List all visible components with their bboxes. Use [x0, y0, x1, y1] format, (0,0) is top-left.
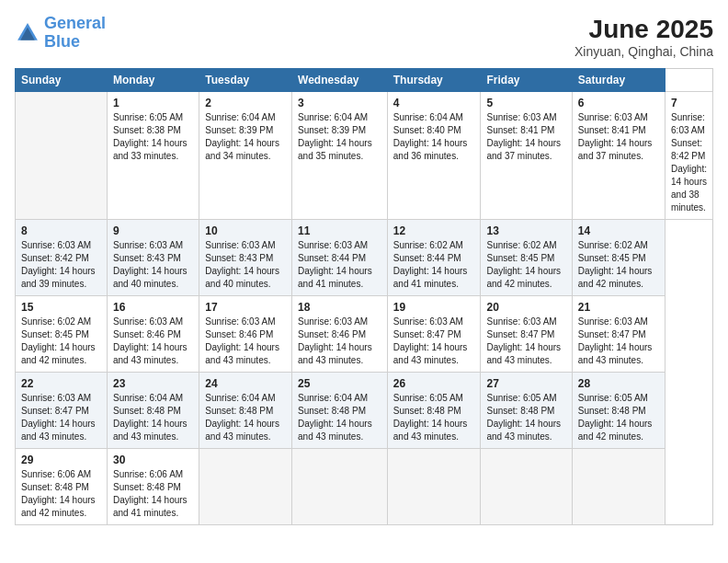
calendar-day-cell [481, 449, 572, 525]
day-number: 28 [578, 377, 659, 390]
title-block: June 2025 Xinyuan, Qinghai, China [574, 15, 713, 59]
day-number: 23 [113, 377, 193, 390]
day-info: Sunrise: 6:04 AMSunset: 8:39 PMDaylight:… [205, 111, 286, 163]
day-info: Sunrise: 6:05 AMSunset: 8:38 PMDaylight:… [113, 111, 193, 163]
day-info: Sunrise: 6:03 AMSunset: 8:47 PMDaylight:… [393, 316, 475, 367]
calendar-day-cell: 10Sunrise: 6:03 AMSunset: 8:43 PMDayligh… [199, 220, 292, 296]
day-info: Sunrise: 6:03 AMSunset: 8:42 PMDaylight:… [21, 239, 101, 291]
day-number: 8 [21, 224, 101, 237]
calendar-day-cell: 11Sunrise: 6:03 AMSunset: 8:44 PMDayligh… [292, 220, 388, 296]
calendar-day-cell: 20Sunrise: 6:03 AMSunset: 8:47 PMDayligh… [481, 296, 572, 373]
day-number: 18 [298, 301, 381, 314]
calendar-day-cell: 30Sunrise: 6:06 AMSunset: 8:48 PMDayligh… [108, 449, 199, 525]
day-info: Sunrise: 6:05 AMSunset: 8:48 PMDaylight:… [393, 392, 475, 443]
calendar-day-cell: 13Sunrise: 6:02 AMSunset: 8:45 PMDayligh… [481, 220, 572, 296]
day-number: 9 [113, 224, 193, 237]
calendar-day-cell: 5Sunrise: 6:03 AMSunset: 8:41 PMDaylight… [481, 92, 572, 220]
calendar-title: June 2025 [574, 15, 713, 44]
day-number: 19 [393, 301, 475, 314]
calendar-day-cell: 18Sunrise: 6:03 AMSunset: 8:46 PMDayligh… [292, 296, 388, 373]
day-info: Sunrise: 6:04 AMSunset: 8:48 PMDaylight:… [113, 392, 193, 443]
day-info: Sunrise: 6:03 AMSunset: 8:47 PMDaylight:… [21, 392, 101, 443]
day-number: 21 [578, 301, 659, 314]
day-info: Sunrise: 6:03 AMSunset: 8:46 PMDaylight:… [298, 316, 381, 367]
calendar-day-cell: 28Sunrise: 6:05 AMSunset: 8:48 PMDayligh… [572, 373, 665, 449]
calendar-day-cell: 27Sunrise: 6:05 AMSunset: 8:48 PMDayligh… [481, 373, 572, 449]
day-info: Sunrise: 6:04 AMSunset: 8:48 PMDaylight:… [205, 392, 286, 443]
day-number: 3 [298, 97, 381, 109]
day-info: Sunrise: 6:03 AMSunset: 8:42 PMDaylight:… [671, 111, 707, 214]
day-of-week-header: Thursday [387, 69, 481, 92]
calendar-week-row: 8Sunrise: 6:03 AMSunset: 8:42 PMDaylight… [16, 220, 713, 296]
calendar-day-cell [572, 449, 665, 525]
day-number: 11 [298, 224, 381, 237]
day-number: 30 [113, 454, 193, 466]
day-number: 29 [21, 454, 101, 466]
day-number: 17 [205, 301, 286, 314]
calendar-day-cell: 24Sunrise: 6:04 AMSunset: 8:48 PMDayligh… [199, 373, 292, 449]
day-number: 27 [486, 377, 565, 390]
calendar-day-cell [292, 449, 388, 525]
calendar-day-cell: 17Sunrise: 6:03 AMSunset: 8:46 PMDayligh… [199, 296, 292, 373]
calendar-day-cell: 2Sunrise: 6:04 AMSunset: 8:39 PMDaylight… [199, 92, 292, 220]
logo-name: General Blue [44, 15, 106, 52]
day-number: 26 [393, 377, 475, 390]
logo-icon [15, 20, 40, 46]
calendar-day-cell [387, 449, 481, 525]
day-info: Sunrise: 6:03 AMSunset: 8:44 PMDaylight:… [298, 239, 381, 291]
day-info: Sunrise: 6:06 AMSunset: 8:48 PMDaylight:… [21, 468, 101, 520]
calendar-day-cell: 25Sunrise: 6:04 AMSunset: 8:48 PMDayligh… [292, 373, 388, 449]
day-number: 6 [578, 97, 659, 109]
day-info: Sunrise: 6:05 AMSunset: 8:48 PMDaylight:… [486, 392, 565, 443]
calendar-subtitle: Xinyuan, Qinghai, China [574, 44, 713, 59]
calendar-header-row: SundayMondayTuesdayWednesdayThursdayFrid… [16, 69, 713, 92]
day-number: 2 [205, 97, 286, 109]
calendar-week-row: 22Sunrise: 6:03 AMSunset: 8:47 PMDayligh… [16, 373, 713, 449]
day-of-week-header: Wednesday [292, 69, 388, 92]
calendar-table: SundayMondayTuesdayWednesdayThursdayFrid… [15, 68, 713, 525]
calendar-day-cell: 23Sunrise: 6:04 AMSunset: 8:48 PMDayligh… [108, 373, 199, 449]
calendar-day-cell: 4Sunrise: 6:04 AMSunset: 8:40 PMDaylight… [387, 92, 481, 220]
calendar-day-cell: 19Sunrise: 6:03 AMSunset: 8:47 PMDayligh… [387, 296, 481, 373]
calendar-week-row: 15Sunrise: 6:02 AMSunset: 8:45 PMDayligh… [16, 296, 713, 373]
calendar-day-cell [16, 92, 108, 220]
header: General Blue June 2025 Xinyuan, Qinghai,… [15, 15, 713, 59]
calendar-day-cell: 3Sunrise: 6:04 AMSunset: 8:39 PMDaylight… [292, 92, 388, 220]
calendar-day-cell: 6Sunrise: 6:03 AMSunset: 8:41 PMDaylight… [572, 92, 665, 220]
calendar-day-cell: 1Sunrise: 6:05 AMSunset: 8:38 PMDaylight… [108, 92, 199, 220]
calendar-day-cell: 16Sunrise: 6:03 AMSunset: 8:46 PMDayligh… [108, 296, 199, 373]
day-info: Sunrise: 6:03 AMSunset: 8:46 PMDaylight:… [113, 316, 193, 367]
day-info: Sunrise: 6:06 AMSunset: 8:48 PMDaylight:… [113, 468, 193, 520]
day-info: Sunrise: 6:02 AMSunset: 8:45 PMDaylight:… [21, 316, 101, 367]
day-number: 7 [671, 97, 707, 109]
day-number: 16 [113, 301, 193, 314]
logo: General Blue [15, 15, 106, 52]
calendar-day-cell: 26Sunrise: 6:05 AMSunset: 8:48 PMDayligh… [387, 373, 481, 449]
day-number: 15 [21, 301, 101, 314]
calendar-day-cell: 12Sunrise: 6:02 AMSunset: 8:44 PMDayligh… [387, 220, 481, 296]
day-info: Sunrise: 6:04 AMSunset: 8:40 PMDaylight:… [393, 111, 475, 163]
day-info: Sunrise: 6:05 AMSunset: 8:48 PMDaylight:… [578, 392, 659, 443]
day-info: Sunrise: 6:03 AMSunset: 8:43 PMDaylight:… [205, 239, 286, 291]
day-info: Sunrise: 6:04 AMSunset: 8:48 PMDaylight:… [298, 392, 381, 443]
day-info: Sunrise: 6:03 AMSunset: 8:46 PMDaylight:… [205, 316, 286, 367]
day-info: Sunrise: 6:03 AMSunset: 8:41 PMDaylight:… [486, 111, 565, 163]
day-info: Sunrise: 6:03 AMSunset: 8:47 PMDaylight:… [486, 316, 565, 367]
calendar-day-cell: 9Sunrise: 6:03 AMSunset: 8:43 PMDaylight… [108, 220, 199, 296]
calendar-day-cell: 15Sunrise: 6:02 AMSunset: 8:45 PMDayligh… [16, 296, 108, 373]
day-info: Sunrise: 6:02 AMSunset: 8:45 PMDaylight:… [486, 239, 565, 291]
calendar-day-cell: 14Sunrise: 6:02 AMSunset: 8:45 PMDayligh… [572, 220, 665, 296]
day-of-week-header: Tuesday [199, 69, 292, 92]
day-number: 5 [486, 97, 565, 109]
day-of-week-header: Friday [481, 69, 572, 92]
day-number: 14 [578, 224, 659, 237]
calendar-week-row: 1Sunrise: 6:05 AMSunset: 8:38 PMDaylight… [16, 92, 713, 220]
day-number: 25 [298, 377, 381, 390]
day-info: Sunrise: 6:04 AMSunset: 8:39 PMDaylight:… [298, 111, 381, 163]
calendar-day-cell: 7Sunrise: 6:03 AMSunset: 8:42 PMDaylight… [665, 92, 713, 220]
calendar-week-row: 29Sunrise: 6:06 AMSunset: 8:48 PMDayligh… [16, 449, 713, 525]
day-number: 1 [113, 97, 193, 109]
calendar-day-cell: 21Sunrise: 6:03 AMSunset: 8:47 PMDayligh… [572, 296, 665, 373]
day-info: Sunrise: 6:03 AMSunset: 8:47 PMDaylight:… [578, 316, 659, 367]
day-number: 10 [205, 224, 286, 237]
